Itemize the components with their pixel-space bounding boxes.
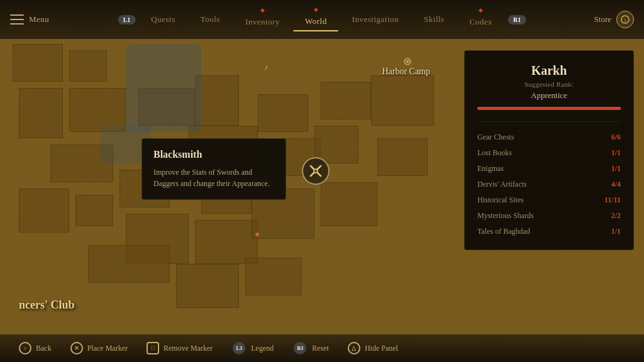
skills-tab-label: Skills (424, 14, 445, 25)
l1-button[interactable]: L1 (118, 15, 136, 25)
tales-label: Tales of Baghdad (477, 227, 530, 236)
rank-name: Apprentice (477, 90, 621, 101)
enigmas-value: 1/1 (611, 164, 621, 173)
stats-divider (477, 121, 621, 122)
rank-bar-fill (477, 107, 621, 110)
tab-tools[interactable]: Tools (189, 11, 231, 28)
tab-world[interactable]: ◆ World (294, 8, 338, 31)
inventory-tab-label: Inventory (245, 17, 280, 27)
historical-sites-value: 11/11 (604, 195, 621, 205)
menu-icon (10, 14, 24, 25)
blacksmith-title: Blacksmith (153, 149, 274, 160)
store-icon: i (616, 11, 634, 28)
r3-button[interactable]: R3 (294, 342, 306, 354)
gear-chests-value: 6/6 (611, 133, 621, 142)
svg-text:i: i (625, 17, 626, 23)
map-dot-1 (255, 233, 259, 236)
blacksmith-marker[interactable] (302, 157, 330, 185)
tab-quests[interactable]: Quests (140, 11, 186, 28)
place-marker-action[interactable]: ✕ Place Marker (70, 342, 128, 354)
suggested-rank-label: Suggested Rank: (477, 80, 621, 88)
karkh-title: Karkh (477, 63, 621, 78)
world-icon: ◆ (314, 6, 319, 13)
tab-skills[interactable]: Skills (413, 11, 456, 28)
karkh-panel: Karkh Suggested Rank: Apprentice Gear Ch… (464, 50, 634, 250)
world-tab-label: World (305, 16, 327, 26)
menu-button[interactable]: Menu (10, 14, 49, 25)
tab-inventory[interactable]: ◆ Inventory (234, 8, 291, 31)
hide-panel-label: Hide Panel (365, 344, 398, 353)
inventory-icon: ◆ (260, 7, 265, 13)
lost-books-label: Lost Books (477, 148, 512, 158)
stat-gear-chests: Gear Chests 6/6 (477, 129, 621, 145)
enigmas-label: Enigmas (477, 164, 504, 173)
tab-investigation[interactable]: Investigation (341, 11, 410, 28)
codex-tab-label: Codex (470, 17, 492, 27)
quests-tab-label: Quests (151, 14, 175, 25)
tools-tab-label: Tools (201, 14, 220, 25)
dervis-artifacts-value: 4/4 (611, 180, 621, 189)
blacksmith-marker-circle (302, 157, 330, 185)
music-marker: ♪ (264, 63, 268, 72)
tales-value: 1/1 (611, 227, 621, 236)
l3-button[interactable]: L3 (233, 342, 245, 354)
reset-action[interactable]: R3 Reset (292, 342, 329, 354)
legend-action[interactable]: L3 Legend (231, 342, 274, 354)
top-navigation: Menu L1 Quests Tools ◆ Inventory ◆ World… (0, 0, 644, 39)
hide-panel-button[interactable]: △ (348, 342, 360, 354)
stat-enigmas: Enigmas 1/1 (477, 161, 621, 177)
stat-tales-of-baghdad: Tales of Baghdad 1/1 (477, 224, 621, 239)
stat-historical-sites: Historical Sites 11/11 (477, 192, 621, 208)
bottom-navigation: ○ Back ✕ Place Marker □ Remove Marker L3… (0, 334, 644, 362)
stat-mysterious-shards: Mysterious Shards 2/2 (477, 208, 621, 224)
remove-marker-label: Remove Marker (164, 344, 213, 353)
stat-dervis-artifacts: Dervis' Artifacts 4/4 (477, 177, 621, 192)
place-marker-label: Place Marker (87, 344, 128, 353)
historical-sites-label: Historical Sites (477, 195, 524, 205)
blacksmith-tooltip: Blacksmith Improve the Stats of Swords a… (142, 138, 286, 200)
svg-point-6 (314, 169, 318, 173)
remove-marker-action[interactable]: □ Remove Marker (147, 342, 213, 354)
harbor-camp-label: Harbor Camp (382, 67, 430, 77)
stat-lost-books: Lost Books 1/1 (477, 145, 621, 161)
back-button[interactable]: ○ (19, 342, 31, 354)
fencers-club-label: ncers' Club (19, 299, 75, 312)
codex-icon: ◆ (479, 7, 484, 13)
blacksmith-description: Improve the Stats of Swords and Daggers … (153, 167, 274, 189)
tab-codex[interactable]: ◆ Codex (458, 8, 504, 31)
investigation-tab-label: Investigation (352, 14, 399, 25)
hide-panel-action[interactable]: △ Hide Panel (348, 342, 398, 354)
reset-label: Reset (312, 344, 329, 353)
blacksmith-icon (308, 163, 323, 178)
mysterious-shards-label: Mysterious Shards (477, 211, 534, 221)
remove-marker-button[interactable]: □ (147, 342, 159, 354)
menu-label: Menu (29, 14, 49, 25)
legend-label: Legend (251, 344, 274, 353)
back-action[interactable]: ○ Back (19, 342, 52, 354)
store-label: Store (594, 14, 611, 25)
mysterious-shards-value: 2/2 (611, 211, 621, 221)
place-marker-button[interactable]: ✕ (70, 342, 83, 354)
svg-point-3 (406, 60, 409, 63)
gear-chests-label: Gear Chests (477, 133, 514, 142)
lost-books-value: 1/1 (611, 148, 621, 158)
dervis-artifacts-label: Dervis' Artifacts (477, 180, 526, 189)
r1-button[interactable]: R1 (508, 15, 526, 25)
navigation-tabs: L1 Quests Tools ◆ Inventory ◆ World Inve… (116, 8, 528, 31)
rank-bar (477, 107, 621, 110)
back-label: Back (36, 344, 52, 353)
store-button[interactable]: Store i (594, 11, 634, 28)
